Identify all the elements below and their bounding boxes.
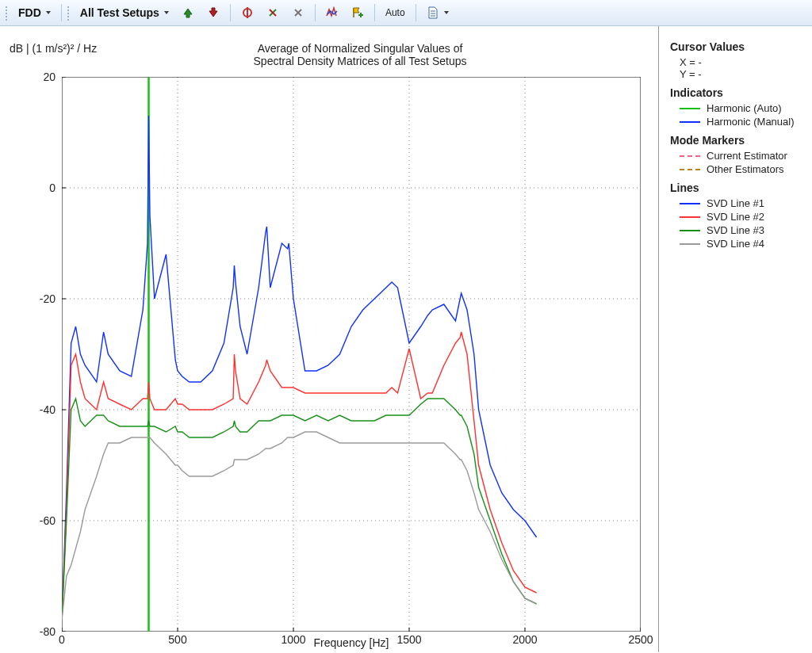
dropdown-caret-icon [164,11,169,14]
line-swatch-icon [680,121,700,123]
arrow-up-icon [182,6,194,19]
phase-button[interactable] [236,2,259,23]
peak-icon [326,6,339,19]
delete-button[interactable] [286,2,310,23]
dropdown-caret-icon [46,11,51,14]
test-setups-dropdown[interactable]: All Test Setups [75,2,174,23]
arrow-down-button[interactable] [201,2,225,23]
arrow-down-icon [207,6,220,19]
x-green-icon [266,6,279,19]
dashed-swatch-icon [680,155,700,157]
y-tick-label: 0 [0,181,56,194]
legend-svd-line-3: SVD Line #3 [680,224,804,236]
test-setups-label: All Test Setups [80,6,159,19]
flag-plus-icon [351,6,364,19]
toolbar: FDD All Test Setups [0,0,812,26]
dashed-swatch-icon [680,169,700,170]
line-swatch-icon [680,108,700,109]
y-tick-label: -80 [0,625,56,638]
mode-other-estimators: Other Estimators [680,163,804,175]
fdd-dropdown[interactable]: FDD [13,2,56,23]
chart-title: Average of Normalized Singular Values of… [62,42,658,67]
line-swatch-icon [680,243,700,245]
document-icon [427,6,439,19]
plot-area[interactable] [62,77,641,632]
toolbar-grip [67,5,70,21]
mode-current-estimator: Current Estimator [680,150,804,162]
line-swatch-icon [680,203,700,204]
content-area: dB | (1 m/s²)² / Hz Average of Normalize… [0,26,812,652]
separator [61,4,62,21]
separator [315,4,316,21]
y-tick-label: -20 [0,292,56,305]
y-tick-label: 20 [0,71,56,83]
x-axis-label: Frequency [Hz] [62,636,641,649]
legend-svd-line-4: SVD Line #4 [680,238,804,250]
cursor-y-value: Y = - [680,68,804,80]
cursor-values-heading: Cursor Values [670,40,804,53]
legend-svd-line-2: SVD Line #2 [680,211,804,223]
cursor-x-value: X = - [680,56,804,68]
dropdown-caret-icon [444,11,449,14]
indicator-harmonic-manual: Harmonic (Manual) [680,116,804,128]
arrow-up-button[interactable] [176,2,200,23]
peak-pick-button[interactable] [320,2,344,23]
separator [374,4,375,21]
auto-label: Auto [385,7,405,18]
separator [230,4,231,21]
line-swatch-icon [680,230,700,231]
indicators-heading: Indicators [670,86,804,99]
legend-svd-line-1: SVD Line #1 [680,197,804,209]
x-icon [292,6,304,19]
y-tick-label: -40 [0,403,56,416]
separator [416,4,416,21]
legend-panel: Cursor Values X = - Y = - Indicators Har… [658,26,812,652]
indicator-harmonic-auto: Harmonic (Auto) [680,102,804,114]
mode-markers-heading: Mode Markers [670,134,804,147]
document-dropdown[interactable] [421,2,454,23]
y-tick-label: -60 [0,514,56,527]
fdd-label: FDD [18,6,41,19]
delete-marker-button[interactable] [261,2,285,23]
line-swatch-icon [680,216,700,218]
lines-heading: Lines [670,181,804,194]
toolbar-grip [5,5,8,21]
chart-panel: dB | (1 m/s²)² / Hz Average of Normalize… [0,26,658,652]
auto-button[interactable]: Auto [380,2,411,23]
add-marker-button[interactable] [346,2,370,23]
phi-icon [241,6,254,19]
